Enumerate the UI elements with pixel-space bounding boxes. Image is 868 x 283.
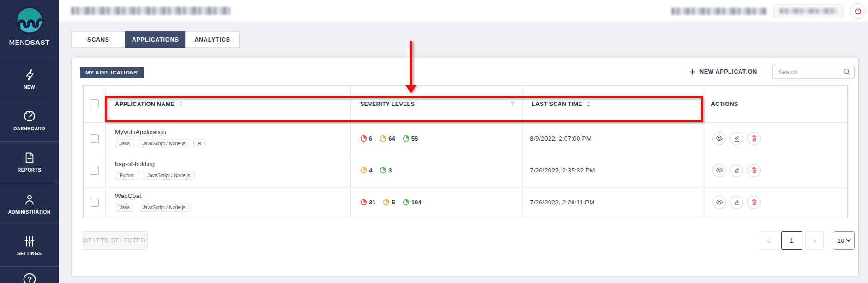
document-icon xyxy=(24,152,36,164)
search-icon xyxy=(843,68,850,75)
table-row: MyVulnApplication Java JavaScript / Node… xyxy=(84,122,847,154)
page-size-value: 10 xyxy=(838,237,844,244)
language-tags: Java JavaScript / Node.js xyxy=(115,203,190,212)
person-icon xyxy=(24,194,36,206)
gauge-icon xyxy=(23,110,36,123)
filter-funnel-icon[interactable] xyxy=(509,101,516,107)
redacted-account-button[interactable] xyxy=(773,4,844,18)
row-cell-checkbox xyxy=(84,186,106,218)
redacted-page-title xyxy=(71,7,230,15)
sidebar-item-administration[interactable]: ADMINISTRATION xyxy=(0,183,59,225)
chevron-down-icon xyxy=(846,239,851,242)
new-application-label: NEW APPLICATION xyxy=(699,68,757,75)
header-cell-severity-levels[interactable]: SEVERITY LEVELS xyxy=(351,86,523,122)
row-checkbox[interactable] xyxy=(90,134,99,143)
header-cell-application-name[interactable]: APPLICATION NAME xyxy=(106,86,351,122)
plus-icon xyxy=(689,69,695,75)
eye-icon xyxy=(716,135,723,142)
row-checkbox[interactable] xyxy=(90,166,99,175)
sidebar-item-dashboard[interactable]: DASHBOARD xyxy=(0,99,59,141)
sidebar-item-label: ADMINISTRATION xyxy=(8,209,51,215)
sliders-icon xyxy=(24,235,36,247)
page-size-select[interactable]: 10 xyxy=(834,231,855,250)
tab-scans[interactable]: SCANS xyxy=(71,31,126,48)
eye-icon xyxy=(716,166,723,174)
sidebar: MENDSAST NEW DASHBOARD REPORTS xyxy=(0,0,59,283)
table-row: bag-of-holding Python JavaScript / Node.… xyxy=(84,154,847,186)
applications-card: MY APPLICATIONS NEW APPLICATION xyxy=(71,58,859,277)
severity-medium: 64 xyxy=(380,135,395,142)
pagination-next-button[interactable]: > xyxy=(805,231,824,250)
lightning-icon xyxy=(24,69,36,81)
pagination-prev-button[interactable]: < xyxy=(760,231,778,250)
row-cell-actions xyxy=(704,186,847,218)
row-cell-severity: 31 5 104 xyxy=(351,186,523,218)
logout-button[interactable] xyxy=(850,3,866,19)
column-label: SEVERITY LEVELS xyxy=(360,101,415,107)
sidebar-item-help[interactable]: ? xyxy=(0,266,59,283)
sort-icon xyxy=(179,101,183,107)
pencil-icon xyxy=(733,167,740,174)
table-header-row: APPLICATION NAME SEVERITY LEVELS LAST SC… xyxy=(84,86,847,122)
tab-applications[interactable]: APPLICATIONS xyxy=(125,31,186,48)
severity-low: 3 xyxy=(380,167,392,174)
row-cell-checkbox xyxy=(84,154,106,186)
language-tag: JavaScript / Node.js xyxy=(138,139,190,148)
delete-selected-button[interactable]: DELETE SELECTED xyxy=(82,231,148,250)
severity-low: 55 xyxy=(403,135,418,142)
severity-medium-pie-icon xyxy=(383,199,390,206)
row-cell-last-scan: 7/26/2022, 2:28:11 PM xyxy=(523,186,704,218)
delete-button[interactable] xyxy=(747,132,761,145)
search xyxy=(772,65,855,79)
row-cell-severity: 6 64 55 xyxy=(351,123,523,154)
pencil-icon xyxy=(733,135,740,142)
new-application-button[interactable]: NEW APPLICATION xyxy=(687,66,759,78)
language-tag: R xyxy=(193,139,206,148)
sidebar-item-label: DASHBOARD xyxy=(13,126,45,131)
severity-low-pie-icon xyxy=(403,135,410,142)
severity-medium: 5 xyxy=(383,199,395,206)
severity-high-pie-icon xyxy=(360,135,367,142)
header-cell-actions: ACTIONS xyxy=(704,86,847,122)
application-name: WebGoat xyxy=(115,192,141,199)
row-cell-severity: 4 3 xyxy=(351,154,523,186)
edit-button[interactable] xyxy=(730,132,743,145)
pagination-current-page[interactable]: 1 xyxy=(781,231,802,250)
column-label: LAST SCAN TIME xyxy=(532,101,582,107)
view-button[interactable] xyxy=(712,164,726,177)
row-cell-name: MyVulnApplication Java JavaScript / Node… xyxy=(106,123,351,154)
severity-medium-pie-icon xyxy=(360,167,367,174)
sidebar-item-new[interactable]: NEW xyxy=(0,59,59,99)
pencil-icon xyxy=(733,199,740,206)
column-label: ACTIONS xyxy=(711,101,738,107)
severity-medium: 4 xyxy=(360,167,372,174)
view-button[interactable] xyxy=(712,196,726,209)
edit-button[interactable] xyxy=(730,196,743,209)
row-cell-name: WebGoat Java JavaScript / Node.js xyxy=(106,186,351,218)
power-icon xyxy=(854,7,862,15)
search-input[interactable] xyxy=(772,65,855,79)
sidebar-item-label: SETTINGS xyxy=(17,251,42,256)
row-checkbox[interactable] xyxy=(90,198,99,207)
application-name: MyVulnApplication xyxy=(115,129,166,135)
sidebar-item-reports[interactable]: REPORTS xyxy=(0,141,59,183)
svg-text:?: ? xyxy=(27,276,32,283)
language-tag: Java xyxy=(115,203,134,212)
applications-table: APPLICATION NAME SEVERITY LEVELS LAST SC… xyxy=(83,85,848,218)
delete-button[interactable] xyxy=(747,164,761,177)
edit-button[interactable] xyxy=(730,164,743,177)
select-all-checkbox[interactable] xyxy=(90,99,99,108)
section-badge: MY APPLICATIONS xyxy=(80,67,144,78)
trash-icon xyxy=(751,167,758,174)
view-button[interactable] xyxy=(712,132,726,145)
tab-analytics[interactable]: ANALYTICS xyxy=(185,31,240,48)
question-mark-icon: ? xyxy=(23,272,36,283)
severity-high: 31 xyxy=(360,199,375,206)
sidebar-item-label: NEW xyxy=(24,85,35,90)
language-tag: Java xyxy=(115,139,134,148)
trash-icon xyxy=(751,135,758,142)
sidebar-item-settings[interactable]: SETTINGS xyxy=(0,225,59,266)
redacted-user-info xyxy=(671,8,767,15)
header-cell-last-scan-time[interactable]: LAST SCAN TIME xyxy=(523,86,704,122)
delete-button[interactable] xyxy=(747,196,761,209)
